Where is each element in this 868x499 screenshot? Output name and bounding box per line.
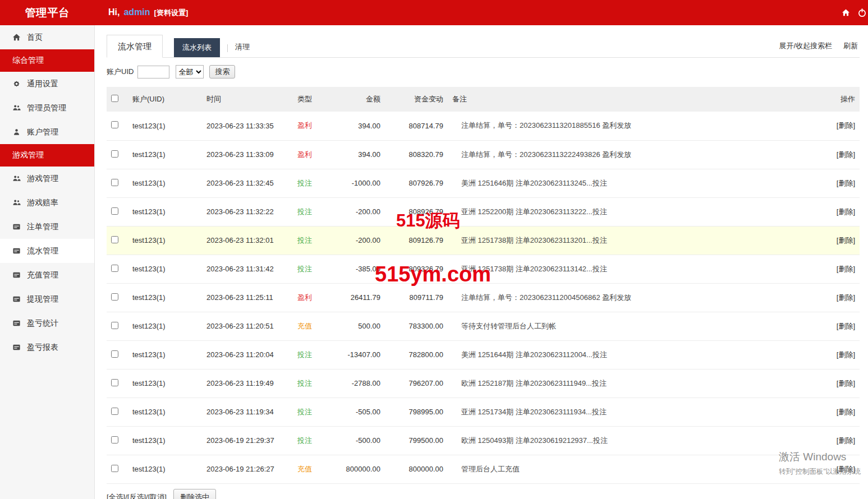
row-checkbox[interactable]	[111, 322, 118, 329]
sidebar-item-admin-management[interactable]: 管理员管理	[0, 96, 94, 120]
sidebar-item-game-management[interactable]: 游戏管理	[0, 167, 94, 191]
user-greeting: Hi, admin [资料设置]	[108, 7, 188, 18]
cell-uid: test123(1)	[128, 197, 202, 226]
sidebar-item-game-odds[interactable]: 游戏赔率	[0, 191, 94, 215]
delete-link[interactable]: [删除]	[837, 236, 855, 244]
profile-settings-link[interactable]: [资料设置]	[154, 8, 189, 18]
cell-note: 亚洲 1252200期 注单20230623113222...投注	[448, 197, 818, 226]
delete-link[interactable]: [删除]	[837, 179, 855, 187]
delete-selected-button[interactable]: 删除选中	[173, 489, 216, 499]
cell-amount: -505.00	[327, 398, 385, 426]
home-icon	[12, 33, 21, 41]
cell-note: 美洲 1251646期 注单20230623113245...投注	[448, 169, 818, 197]
sidebar-item-label: 通用设置	[27, 79, 58, 89]
sidebar-item-label: 管理员管理	[27, 103, 66, 113]
table-row: test123(1)2023-06-23 11:32:01投注-200.0080…	[107, 226, 860, 255]
sidebar-item-withdraw-management[interactable]: 提现管理	[0, 287, 94, 311]
cell-uid: test123(1)	[128, 255, 202, 283]
sidebar-item-flow-management[interactable]: 流水管理	[0, 239, 94, 263]
cell-time: 2023-06-19 21:26:27	[202, 455, 293, 483]
sidebar: 首页综合管理通用设置管理员管理账户管理游戏管理游戏管理游戏赔率注单管理流水管理充…	[0, 25, 95, 499]
column-header: 资金变动	[385, 87, 448, 112]
cell-amount: -13407.00	[327, 340, 385, 369]
row-checkbox[interactable]	[111, 436, 118, 443]
cell-type: 投注	[293, 255, 327, 283]
select-all-checkbox[interactable]	[111, 95, 118, 102]
delete-link[interactable]: [删除]	[837, 436, 855, 445]
sidebar-item-recharge-management[interactable]: 充值管理	[0, 263, 94, 287]
greeting-prefix: Hi,	[108, 7, 120, 17]
row-checkbox[interactable]	[111, 465, 118, 472]
cell-uid: test123(1)	[128, 398, 202, 426]
cell-balance: 809711.79	[385, 283, 448, 312]
page-title-tab[interactable]: 流水管理	[107, 35, 163, 58]
sidebar-item-order-management[interactable]: 注单管理	[0, 215, 94, 239]
search-button[interactable]: 搜索	[209, 65, 235, 78]
cell-amount: -200.00	[327, 197, 385, 226]
column-header: 账户(UID)	[128, 87, 202, 112]
row-checkbox[interactable]	[111, 265, 118, 272]
uid-label: 账户UID	[107, 67, 134, 77]
delete-link[interactable]: [删除]	[837, 465, 855, 473]
sidebar-item-profit-report[interactable]: 盈亏报表	[0, 335, 94, 359]
select-toggle-links[interactable]: [全选]/[反选]/[取消]	[107, 492, 167, 499]
power-icon[interactable]	[857, 8, 867, 17]
delete-link[interactable]: [删除]	[837, 207, 855, 216]
sidebar-item-label: 提现管理	[27, 294, 58, 304]
delete-link[interactable]: [删除]	[837, 350, 855, 359]
sidebar-item-label: 充值管理	[27, 270, 58, 280]
cell-type: 投注	[293, 169, 327, 197]
cell-balance: 796207.00	[385, 369, 448, 398]
sidebar-item-general-settings[interactable]: 通用设置	[0, 72, 94, 96]
row-checkbox[interactable]	[111, 207, 118, 215]
tab-flow-list[interactable]: 流水列表	[174, 38, 220, 57]
row-checkbox[interactable]	[111, 121, 118, 128]
row-checkbox[interactable]	[111, 379, 118, 386]
cell-time: 2023-06-23 11:20:51	[202, 312, 293, 340]
card-icon	[12, 319, 21, 327]
row-checkbox[interactable]	[111, 408, 118, 415]
table-row: test123(1)2023-06-23 11:20:04投注-13407.00…	[107, 340, 860, 369]
cell-uid: test123(1)	[128, 455, 202, 483]
tab-clean[interactable]: 清理	[235, 38, 250, 57]
type-select[interactable]: 全部	[176, 65, 204, 78]
sidebar-item-profit-stats[interactable]: 盈亏统计	[0, 311, 94, 335]
delete-link[interactable]: [删除]	[837, 150, 855, 159]
sidebar-section-general-management[interactable]: 综合管理	[0, 49, 94, 72]
row-checkbox[interactable]	[111, 293, 118, 301]
sidebar-section-game-management-section[interactable]: 游戏管理	[0, 144, 94, 167]
row-checkbox[interactable]	[111, 150, 118, 158]
home-icon[interactable]	[842, 8, 850, 17]
toggle-search-link[interactable]: 展开/收起搜索栏	[779, 41, 832, 51]
sidebar-item-account-management[interactable]: 账户管理	[0, 120, 94, 144]
cell-amount: -2788.00	[327, 369, 385, 398]
table-row: test123(1)2023-06-23 11:31:42投注-385.0080…	[107, 255, 860, 283]
delete-link[interactable]: [删除]	[837, 121, 855, 130]
delete-link[interactable]: [删除]	[837, 265, 855, 273]
topbar: 管理平台 Hi, admin [资料设置]	[0, 0, 868, 25]
cell-uid: test123(1)	[128, 312, 202, 340]
cell-balance: 809326.79	[385, 255, 448, 283]
uid-input[interactable]	[137, 66, 169, 78]
row-checkbox[interactable]	[111, 350, 118, 358]
delete-link[interactable]: [删除]	[837, 322, 855, 330]
delete-link[interactable]: [删除]	[837, 408, 855, 416]
table-row: test123(1)2023-06-23 11:32:22投注-200.0080…	[107, 197, 860, 226]
cell-amount: -500.00	[327, 426, 385, 455]
delete-link[interactable]: [删除]	[837, 293, 855, 302]
cell-balance: 807926.79	[385, 169, 448, 197]
cell-balance: 808926.79	[385, 197, 448, 226]
sidebar-item-label: 账户管理	[27, 127, 58, 137]
row-checkbox[interactable]	[111, 179, 118, 186]
sidebar-item-home[interactable]: 首页	[0, 25, 94, 49]
cell-amount: 394.00	[327, 112, 385, 140]
cell-type: 充值	[293, 455, 327, 483]
cell-type: 投注	[293, 398, 327, 426]
delete-link[interactable]: [删除]	[837, 379, 855, 387]
sidebar-item-label: 盈亏报表	[27, 343, 58, 353]
table-row: test123(1)2023-06-19 21:29:37投注-500.0079…	[107, 426, 860, 455]
gear-icon	[12, 80, 21, 88]
row-checkbox[interactable]	[111, 236, 118, 243]
cell-uid: test123(1)	[128, 340, 202, 369]
refresh-link[interactable]: 刷新	[843, 41, 858, 51]
